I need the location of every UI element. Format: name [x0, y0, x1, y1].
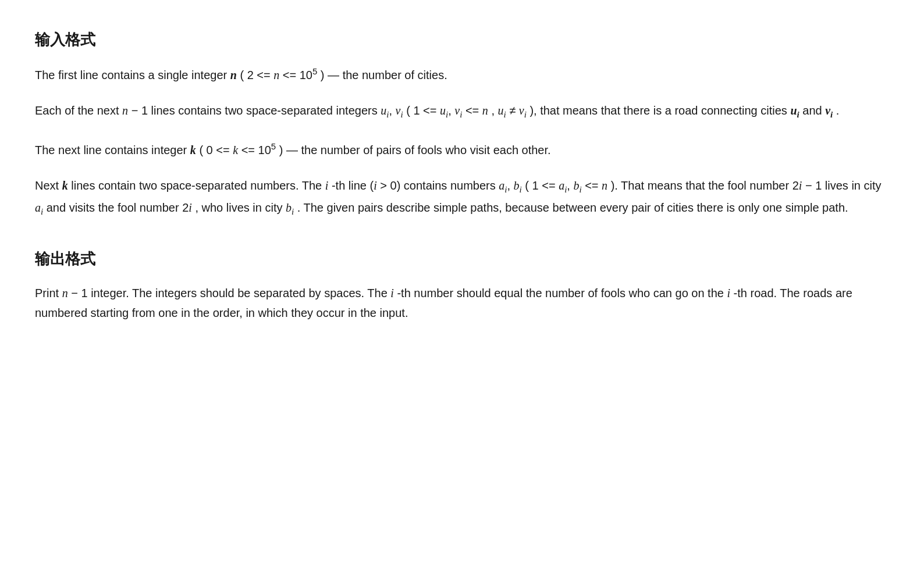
output-heading: 输出格式: [35, 247, 889, 272]
paragraph-1: The first line contains a single integer…: [35, 64, 889, 85]
paragraph-2: Each of the next n − 1 lines contains tw…: [35, 101, 889, 123]
paragraph-4: Next k lines contain two space-separated…: [35, 176, 889, 219]
output-paragraph: Print n − 1 integer. The integers should…: [35, 283, 889, 323]
output-section: 输出格式 Print n − 1 integer. The integers s…: [35, 247, 889, 323]
input-section: 输入格式 The first line contains a single in…: [35, 28, 889, 219]
input-heading: 输入格式: [35, 28, 889, 52]
paragraph-3: The next line contains integer k ( 0 <= …: [35, 139, 889, 160]
